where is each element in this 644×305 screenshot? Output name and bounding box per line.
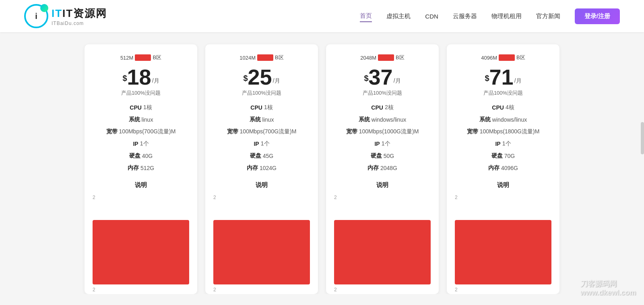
nav-cloud[interactable]: 云服务器 (453, 11, 477, 22)
spec-bandwidth-value: 100Mbps(1800G流量)M (480, 128, 540, 135)
spec-memory-label: 内存 (128, 164, 139, 172)
spec-ip: IP 1个 (93, 140, 189, 147)
card-tag-3: 2048M B区 (360, 54, 404, 61)
spec-memory-value: 2048G (380, 165, 397, 171)
spec-list-2: CPU 1核 系统 linux 宽带 100Mbps(700G流量)M IP 1… (213, 104, 310, 172)
spec-system-value: linux (262, 116, 274, 123)
spec-bandwidth: 宽带 100Mbps(1800G流量)M (455, 128, 551, 135)
card-tag-red-block (378, 54, 394, 61)
spec-system-label: 系统 (359, 116, 370, 123)
spec-bandwidth: 宽带 100Mbps(700G流量)M (213, 128, 310, 135)
desc-row-1: 说明 (135, 181, 147, 189)
spec-list-1: CPU 1核 系统 linux 宽带 100Mbps(700G流量)M IP 1… (93, 104, 189, 172)
price-dollar: $ (364, 74, 368, 83)
nav-home[interactable]: 首页 (360, 10, 372, 22)
slogan-2: 产品100%没问题 (242, 89, 281, 97)
spec-bandwidth-value: 100Mbps(700G流量)M (240, 128, 297, 135)
price-row-4: $ 71 /月 (485, 66, 521, 88)
logo-text: ITIT资源网 ITBaiDu.com (52, 6, 107, 26)
spec-memory-label: 内存 (488, 164, 500, 172)
spec-ip: IP 1个 (455, 140, 551, 147)
price-row-1: $ 18 /月 (122, 66, 159, 88)
spec-memory: 内存 1024G (213, 164, 310, 172)
spec-disk: 硬盘 70G (455, 152, 551, 160)
spec-cpu-label: CPU (492, 104, 504, 111)
nav-vhost[interactable]: 虚拟主机 (386, 11, 411, 22)
spec-bandwidth-label: 宽带 (106, 128, 118, 135)
card-tag-4: 4096M B区 (481, 54, 525, 61)
nav-cdn[interactable]: CDN (425, 11, 438, 21)
spec-cpu: CPU 1核 (213, 104, 310, 111)
spec-system: 系统 linux (93, 116, 189, 123)
logo: i ITIT资源网 ITBaiDu.com (24, 4, 107, 28)
login-button[interactable]: 登录/注册 (575, 8, 620, 24)
bottom-text-top: 2 (213, 194, 310, 201)
desc-row-2: 说明 (256, 181, 268, 189)
spec-ip-label: IP (133, 141, 138, 147)
spec-disk-value: 50G (384, 153, 394, 159)
card-tag-prefix: 2048M (360, 55, 376, 61)
spec-disk-value: 70G (504, 153, 515, 159)
spec-cpu-value: 1核 (143, 104, 152, 111)
card-bottom-4: 2 2 (455, 194, 551, 294)
spec-disk-label: 硬盘 (250, 152, 261, 160)
spec-memory: 内存 2048G (334, 164, 431, 172)
spec-ip-value: 1个 (382, 140, 390, 147)
bottom-text-top: 2 (334, 194, 431, 201)
desc-row-3: 说明 (376, 181, 388, 189)
spec-disk: 硬盘 50G (334, 152, 431, 160)
spec-ip: IP 1个 (213, 140, 310, 147)
price-unit: /月 (152, 77, 159, 85)
main-content: 512M B区 $ 18 /月 产品100%没问题 CPU 1核 系统 linu… (0, 32, 644, 294)
spec-cpu-value: 1核 (264, 104, 273, 111)
card-tag-1: 512M B区 (120, 54, 161, 61)
price-row-3: $ 37 /月 (364, 66, 400, 88)
pricing-cards-row: 512M B区 $ 18 /月 产品100%没问题 CPU 1核 系统 linu… (24, 44, 620, 294)
nav-physical[interactable]: 物理机租用 (491, 11, 522, 22)
spec-memory-label: 内存 (247, 164, 258, 172)
card-tag-2: 1024M B区 (239, 54, 283, 61)
spec-cpu-label: CPU (250, 104, 262, 111)
spec-disk-label: 硬盘 (129, 152, 140, 160)
main-nav: 首页 虚拟主机 CDN 云服务器 物理机租用 官方新闻 登录/注册 (360, 8, 620, 24)
spec-bandwidth-label: 宽带 (227, 128, 238, 135)
card-red-image-4 (455, 220, 551, 284)
spec-disk-value: 45G (263, 153, 273, 159)
card-tag-suffix: B区 (516, 54, 525, 61)
spec-cpu-label: CPU (130, 104, 142, 111)
header: i ITIT资源网 ITBaiDu.com 首页 虚拟主机 CDN 云服务器 物… (0, 0, 644, 32)
spec-memory: 内存 512G (93, 164, 189, 172)
spec-disk: 硬盘 45G (213, 152, 310, 160)
bottom-text-1: 2 (93, 284, 189, 294)
bottom-text-3: 2 (334, 284, 431, 294)
spec-disk-label: 硬盘 (491, 152, 503, 160)
spec-system-label: 系统 (479, 116, 491, 123)
spec-system: 系统 windows/linux (455, 116, 551, 123)
price-dollar: $ (243, 74, 248, 83)
spec-cpu-value: 2核 (385, 104, 394, 111)
price-number: 25 (248, 66, 272, 88)
bottom-text-2: 2 (213, 284, 310, 294)
scrollbar[interactable] (641, 122, 644, 154)
spec-system-value: windows/linux (492, 116, 527, 123)
spec-bandwidth-value: 100Mbps(700G流量)M (119, 128, 176, 135)
nav-news[interactable]: 官方新闻 (536, 11, 560, 22)
spec-bandwidth-label: 宽带 (467, 128, 478, 135)
card-tag-red-block (257, 54, 273, 61)
card-red-image-3 (334, 220, 431, 284)
desc-row-4: 说明 (497, 181, 509, 189)
card-tag-suffix: B区 (396, 54, 405, 61)
price-dollar: $ (122, 74, 127, 83)
bottom-text-top: 2 (93, 194, 189, 201)
spec-system-label: 系统 (250, 116, 261, 123)
spec-cpu: CPU 4核 (455, 104, 551, 111)
spec-ip-label: IP (254, 141, 259, 147)
spec-ip-label: IP (495, 141, 500, 147)
price-unit: /月 (514, 77, 522, 85)
spec-bandwidth-value: 100Mbps(1000G流量)M (359, 128, 419, 135)
spec-disk-value: 40G (142, 153, 153, 159)
spec-cpu: CPU 2核 (334, 104, 431, 111)
card-red-image-2 (213, 220, 310, 284)
spec-cpu-label: CPU (371, 104, 383, 111)
spec-list-4: CPU 4核 系统 windows/linux 宽带 100Mbps(1800G… (455, 104, 551, 172)
